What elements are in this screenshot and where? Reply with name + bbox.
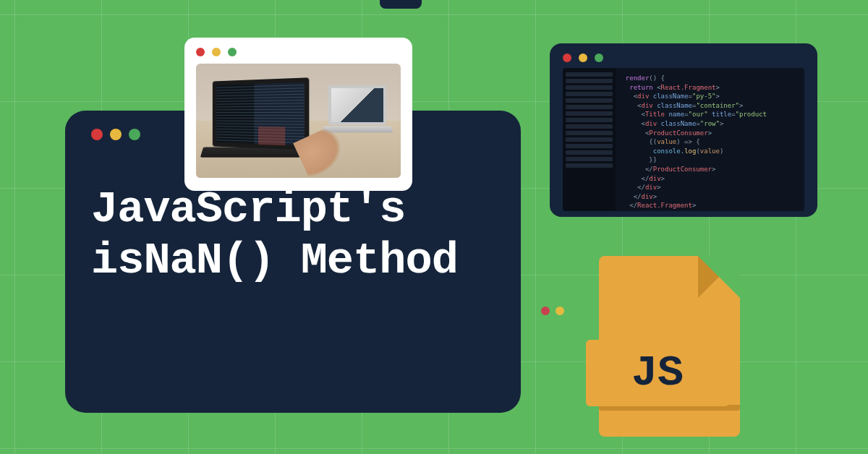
dot-red-icon bbox=[91, 129, 103, 140]
dot-red-icon bbox=[196, 48, 205, 56]
js-file-icon: JS bbox=[586, 256, 752, 437]
js-file-label: JS bbox=[631, 348, 684, 398]
code-content: render() { return <React.Fragment> <div … bbox=[626, 74, 801, 210]
page-title: JavaScript's isNaN() Method bbox=[91, 184, 495, 287]
dot-green-icon bbox=[228, 48, 237, 56]
top-accent-bar bbox=[380, 0, 422, 9]
laptop-photo-window bbox=[184, 38, 412, 191]
laptop-photo bbox=[196, 64, 401, 178]
accent-dots bbox=[541, 307, 564, 315]
dot-green-icon bbox=[595, 53, 603, 62]
dot-yellow-icon bbox=[212, 48, 221, 56]
dot-green-icon bbox=[129, 129, 140, 140]
traffic-lights-laptop bbox=[196, 48, 401, 56]
dot-yellow-icon bbox=[556, 307, 564, 315]
traffic-lights-code bbox=[563, 53, 804, 62]
code-area: render() { return <React.Fragment> <div … bbox=[563, 68, 804, 211]
dot-red-icon bbox=[563, 53, 571, 62]
dot-red-icon bbox=[541, 307, 550, 315]
dot-yellow-icon bbox=[579, 53, 587, 62]
code-editor-window: render() { return <React.Fragment> <div … bbox=[550, 43, 817, 217]
dot-yellow-icon bbox=[110, 129, 122, 140]
